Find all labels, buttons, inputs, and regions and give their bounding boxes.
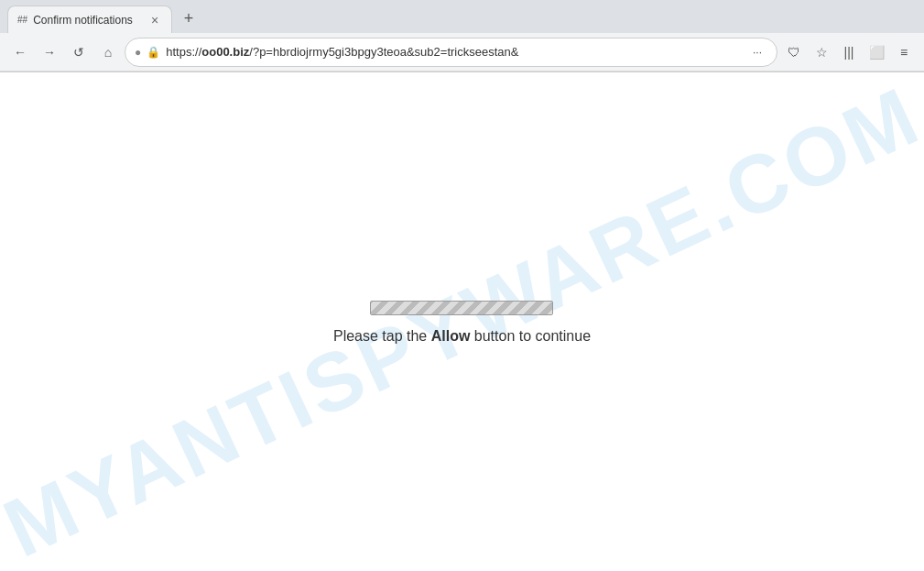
instruction-allow: Allow: [431, 328, 471, 344]
library-button[interactable]: |||: [836, 39, 862, 65]
content-center: Please tap the Allow button to continue: [333, 301, 591, 345]
connection-security-icon: ●: [135, 46, 141, 59]
nav-actions: 🛡 ☆ ||| ⬜ ≡: [781, 39, 917, 65]
new-tab-button[interactable]: +: [176, 5, 201, 31]
more-options-button[interactable]: ···: [747, 42, 767, 62]
menu-button[interactable]: ≡: [891, 39, 917, 65]
page-content: MYANTISPYWARE.COM Please tap the Allow b…: [0, 72, 924, 571]
url-display: https://oo00.biz/?p=hbrdiojrmy5gi3bpgy3t…: [166, 45, 742, 59]
bookmark-button[interactable]: ☆: [809, 39, 834, 65]
tab-favicon: ##: [17, 15, 27, 25]
lock-icon: 🔒: [147, 46, 160, 59]
progress-bar: [370, 301, 553, 315]
back-button[interactable]: ←: [7, 39, 33, 65]
shield-button[interactable]: 🛡: [781, 39, 807, 65]
reload-button[interactable]: ↺: [66, 39, 92, 65]
tab-bar: ## Confirm notifications × +: [0, 0, 924, 33]
reader-button[interactable]: ⬜: [864, 39, 889, 65]
tab-title: Confirm notifications: [33, 14, 142, 27]
home-button[interactable]: ⌂: [95, 39, 121, 65]
nav-bar: ← → ↺ ⌂ ● 🔒 https://oo00.biz/?p=hbrdiojr…: [0, 33, 924, 71]
instruction-text: Please tap the Allow button to continue: [333, 328, 591, 345]
instruction-prefix: Please tap the: [333, 328, 431, 344]
url-prefix: https://: [166, 45, 201, 59]
tab-close-button[interactable]: ×: [147, 13, 162, 27]
instruction-suffix: button to continue: [470, 328, 591, 344]
url-path: /?p=hbrdiojrmy5gi3bpgy3teoa&sub2=trickse…: [249, 45, 518, 59]
address-bar[interactable]: ● 🔒 https://oo00.biz/?p=hbrdiojrmy5gi3bp…: [125, 38, 777, 67]
active-tab[interactable]: ## Confirm notifications ×: [7, 5, 172, 33]
forward-button[interactable]: →: [37, 39, 62, 65]
progress-bar-fill: [371, 302, 552, 314]
url-domain: oo00.biz: [201, 45, 249, 59]
browser-chrome: ## Confirm notifications × + ← → ↺ ⌂ ● 🔒…: [0, 0, 924, 72]
